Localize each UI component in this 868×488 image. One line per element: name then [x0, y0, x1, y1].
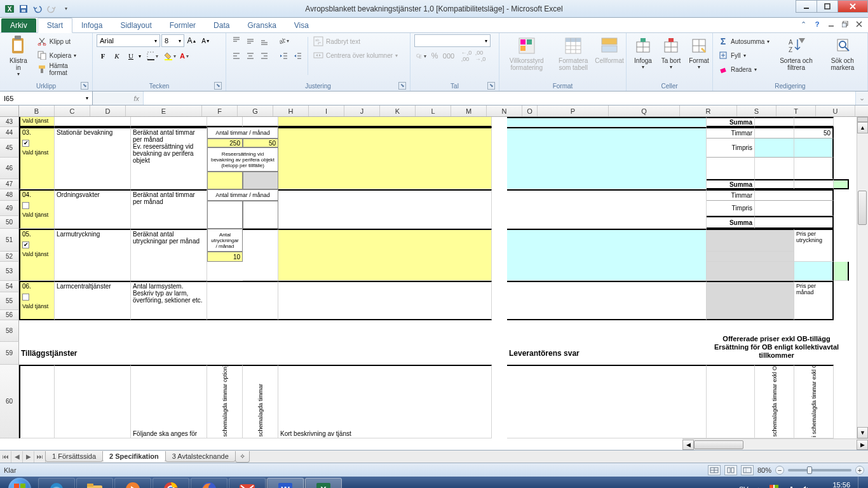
tab-granska[interactable]: Granska [238, 18, 285, 32]
row-head[interactable]: 55 [0, 292, 19, 310]
col-head[interactable]: J [344, 105, 380, 116]
cell[interactable] [243, 229, 278, 281]
cell[interactable] [794, 262, 834, 281]
row-head[interactable]: 58 [0, 320, 19, 342]
tab-visa[interactable]: Visa [285, 18, 318, 32]
scroll-right-icon[interactable]: ▶ [857, 440, 868, 450]
sheet-tab[interactable]: 1 Försättssida [45, 451, 103, 462]
accounting-icon[interactable]: ₠ [414, 50, 427, 62]
mdi-min-icon[interactable] [826, 19, 836, 29]
horizontal-scrollbar[interactable]: ◀ ▶ [682, 438, 868, 450]
copy-button[interactable]: Kopiera▾ [36, 48, 88, 62]
row-head[interactable]: 50 [0, 216, 19, 229]
tray-clock[interactable]: 15:56 2015-03-26 [815, 481, 850, 488]
cell[interactable] [207, 201, 243, 229]
mdi-restore-icon[interactable] [840, 19, 850, 29]
spreadsheet-grid[interactable]: B C D E F G H I J K L M N O P Q R S T U … [0, 105, 868, 450]
row-head[interactable]: 48 [0, 189, 19, 201]
cell[interactable]: Pris per utryckning [794, 229, 834, 262]
cell[interactable] [55, 365, 131, 438]
delete-cells-button[interactable]: Ta bort▾ [658, 34, 684, 71]
cell[interactable] [707, 158, 755, 179]
taskbar-chrome[interactable] [153, 478, 189, 488]
row-head[interactable]: 46 [0, 158, 19, 179]
col-head[interactable]: S [737, 105, 776, 116]
row-head[interactable]: 51 [0, 229, 19, 252]
row-head[interactable]: 60 [0, 365, 19, 438]
merge-center-button[interactable]: Centrera över kolumner▾ [312, 48, 399, 62]
col-head[interactable]: R [680, 105, 737, 116]
taskbar-mail[interactable]: 440 [229, 478, 266, 488]
taskbar-excel[interactable]: X [305, 478, 342, 488]
cell[interactable] [278, 281, 492, 320]
cell[interactable]: Beräknat antal utryckningar per månad [131, 229, 207, 281]
checkbox-05[interactable]: ✔ [22, 241, 29, 248]
cell[interactable] [243, 172, 278, 189]
redo-icon[interactable] [46, 3, 57, 15]
find-select-button[interactable]: Sök och markera [822, 34, 864, 72]
show-desktop-button[interactable] [858, 477, 864, 488]
row-head[interactable]: 54 [0, 281, 19, 292]
cell[interactable]: Vald tjänst [19, 117, 55, 127]
indent-increase-icon[interactable] [291, 50, 304, 62]
col-head[interactable]: Q [609, 105, 680, 116]
vertical-scrollbar[interactable]: ▲ ▼ [857, 117, 868, 438]
cell[interactable] [19, 365, 55, 438]
close-button[interactable] [837, 0, 868, 13]
align-dialog-icon[interactable]: ⬊ [398, 82, 406, 90]
next-sheet-icon[interactable]: ▶ [23, 451, 34, 463]
shrink-font-icon[interactable]: A▼ [200, 34, 212, 47]
sheet-tab[interactable]: 2 Specifikation [102, 451, 166, 462]
cell[interactable]: Antal timmar / månad [207, 189, 278, 201]
cell[interactable] [243, 201, 278, 229]
row-head[interactable]: 44 [0, 127, 19, 139]
cut-button[interactable]: Klipp ut [36, 34, 88, 48]
clear-button[interactable]: Radera▾ [717, 62, 771, 76]
start-button[interactable] [3, 477, 37, 488]
tray-lang[interactable]: SV [739, 485, 749, 488]
format-cells-button[interactable]: Format▾ [686, 34, 712, 71]
row-head[interactable]: 53 [0, 262, 19, 281]
paste-button[interactable]: Klistra in▾ [4, 34, 33, 78]
cell[interactable]: i schemalagda timmar exkl OB) [794, 365, 834, 438]
cell[interactable]: Reseersättning vid bevakning av perifera… [207, 147, 278, 172]
minimize-button[interactable] [796, 0, 817, 13]
formula-input[interactable] [144, 92, 855, 105]
cell[interactable]: Offererade priser exkl OB-tillägg Ersätt… [707, 329, 846, 365]
tab-data[interactable]: Data [205, 18, 238, 32]
number-format-combo[interactable]: ▾ [414, 34, 491, 47]
save-icon[interactable] [18, 3, 29, 15]
cell[interactable]: Antal utryckningar / månad [207, 229, 243, 252]
col-head[interactable]: L [416, 105, 451, 116]
cell[interactable]: Timpris [707, 201, 755, 216]
percent-icon[interactable]: % [428, 50, 441, 62]
col-head[interactable]: M [451, 105, 487, 116]
align-left-icon[interactable] [230, 50, 243, 62]
clipboard-dialog-icon[interactable]: ⬊ [81, 82, 88, 90]
split-handle[interactable] [857, 117, 868, 122]
undo-icon[interactable] [32, 3, 43, 15]
help-icon[interactable]: ? [812, 19, 822, 29]
row-head[interactable]: 45 [0, 139, 19, 158]
format-painter-button[interactable]: Hämta format [36, 62, 88, 76]
tab-start[interactable]: Start [37, 18, 72, 33]
cell[interactable] [794, 139, 834, 158]
cell[interactable]: Tilläggstjänster [19, 342, 210, 365]
cell[interactable] [834, 179, 849, 189]
prev-sheet-icon[interactable]: ◀ [11, 451, 23, 463]
cell[interactable]: Summa [707, 179, 755, 189]
dec-decimal-icon[interactable]: ,00→,0 [474, 50, 487, 62]
cell[interactable] [755, 189, 834, 201]
conditional-format-button[interactable]: Villkorsstyrd formatering [503, 34, 550, 72]
align-top-icon[interactable] [230, 34, 243, 47]
cell[interactable] [755, 139, 794, 158]
italic-icon[interactable]: K [111, 50, 123, 62]
align-middle-icon[interactable] [244, 34, 257, 47]
cell[interactable] [131, 117, 207, 127]
cell[interactable] [507, 127, 707, 189]
mdi-close-icon[interactable] [854, 19, 864, 29]
cell[interactable] [707, 262, 794, 281]
scroll-up-icon[interactable]: ▲ [857, 122, 868, 133]
number-dialog-icon[interactable]: ⬊ [487, 82, 495, 90]
tray-volume-icon[interactable] [799, 484, 810, 488]
